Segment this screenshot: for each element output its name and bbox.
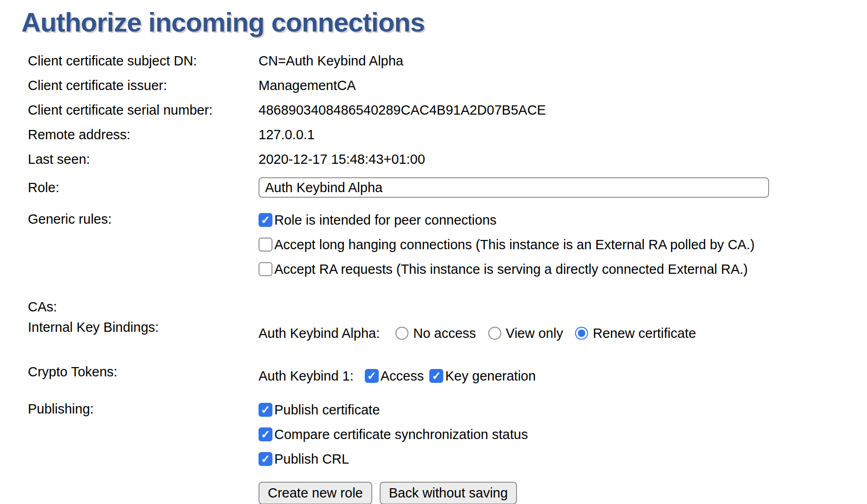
value-client-cert-serial: 4868903408486540289CAC4B91A2D07B5ACE [259, 98, 867, 123]
crypto-tokens-row: Crypto Tokens: Auth Keybind 1: Access Ke… [28, 364, 867, 388]
checkbox-access[interactable] [365, 369, 379, 383]
info-row-remote-address: Remote address: 127.0.0.1 [28, 123, 867, 147]
checkbox-label: Accept RA requests (This instance is ser… [274, 262, 748, 277]
radio-label: Renew certificate [593, 326, 696, 341]
cas-row: CAs: [28, 297, 867, 317]
generic-rules-options: Role is intended for peer connections Ac… [259, 212, 867, 285]
radio-option-no-access[interactable]: No access [395, 326, 476, 341]
crypto-token-item: Auth Keybind 1: Access Key generation [259, 364, 867, 388]
checkbox-compare-cert-sync-status[interactable] [259, 427, 272, 441]
checkbox-key-generation[interactable] [429, 369, 443, 383]
radio-renew-certificate[interactable] [575, 327, 588, 340]
authorization-form: Client certificate subject DN: CN=Auth K… [28, 49, 867, 504]
label-crypto-tokens: Crypto Tokens: [28, 364, 259, 380]
internal-key-bindings-row: Internal Key Bindings: Auth Keybind Alph… [28, 320, 867, 347]
checkbox-label: Key generation [445, 368, 536, 384]
checkbox-label: Compare certificate synchronization stat… [274, 427, 528, 442]
create-new-role-button[interactable]: Create new role [259, 482, 372, 504]
role-row: Role: [28, 174, 867, 201]
internal-key-binding-item: Auth Keybind Alpha: No access View only … [259, 320, 867, 347]
crypto-token-option: Access [365, 368, 424, 384]
value-client-cert-issuer: ManagementCA [259, 73, 867, 98]
label-client-cert-subject-dn: Client certificate subject DN: [28, 49, 259, 73]
radio-label: View only [506, 326, 563, 341]
label-client-cert-issuer: Client certificate issuer: [28, 73, 259, 98]
form-actions-row: Create new role Back without saving [28, 482, 867, 504]
publishing-options: Publish certificate Compare certificate … [259, 401, 867, 475]
label-remote-address: Remote address: [28, 123, 259, 147]
label-generic-rules: Generic rules: [28, 212, 259, 227]
checkbox-label: Access [381, 368, 424, 384]
radio-option-renew-certificate[interactable]: Renew certificate [575, 326, 696, 341]
value-remote-address: 127.0.0.1 [259, 123, 867, 147]
radio-view-only[interactable] [488, 327, 501, 340]
publishing-row: Publishing: Publish certificate Compare … [28, 401, 867, 475]
info-row-last-seen: Last seen: 2020-12-17 15:48:43+01:00 [28, 147, 867, 172]
form-buttons: Create new role Back without saving [259, 482, 867, 504]
label-last-seen: Last seen: [28, 147, 259, 172]
checkbox-accept-ra-requests[interactable] [259, 262, 272, 276]
label-cas: CAs: [28, 297, 259, 317]
authorize-incoming-connections-page: Authorize incoming connections Client ce… [0, 0, 867, 504]
checkbox-label: Publish certificate [274, 402, 380, 418]
generic-rule-option: Accept long hanging connections (This in… [259, 236, 867, 253]
checkbox-long-hanging-connections[interactable] [259, 238, 272, 252]
crypto-token-name: Auth Keybind 1: [259, 368, 354, 384]
back-without-saving-button[interactable]: Back without saving [380, 482, 517, 504]
publishing-option: Compare certificate synchronization stat… [259, 426, 867, 443]
checkbox-label: Accept long hanging connections (This in… [274, 237, 755, 252]
checkbox-peer-connections[interactable] [259, 213, 272, 227]
radio-no-access[interactable] [395, 327, 408, 340]
info-row-issuer: Client certificate issuer: ManagementCA [28, 73, 867, 98]
checkbox-publish-certificate[interactable] [259, 403, 272, 417]
label-client-cert-serial: Client certificate serial number: [28, 98, 259, 123]
crypto-token-option: Key generation [429, 368, 536, 384]
value-last-seen: 2020-12-17 15:48:43+01:00 [259, 147, 867, 172]
label-internal-key-bindings: Internal Key Bindings: [28, 320, 259, 335]
info-row-serial-number: Client certificate serial number: 486890… [28, 98, 867, 123]
publishing-option: Publish CRL [259, 451, 867, 467]
page-title: Authorize incoming connections [21, 6, 867, 38]
radio-label: No access [413, 326, 476, 341]
generic-rule-option: Role is intended for peer connections [259, 212, 867, 228]
info-row-subject-dn: Client certificate subject DN: CN=Auth K… [28, 49, 867, 73]
radio-option-view-only[interactable]: View only [488, 326, 563, 341]
key-binding-name: Auth Keybind Alpha: [259, 326, 380, 341]
checkbox-publish-crl[interactable] [259, 452, 272, 466]
value-client-cert-subject-dn: CN=Auth Keybind Alpha [259, 49, 867, 73]
checkbox-label: Publish CRL [274, 452, 349, 467]
generic-rules-row: Generic rules: Role is intended for peer… [28, 212, 867, 285]
label-role: Role: [28, 180, 259, 195]
generic-rule-option: Accept RA requests (This instance is ser… [259, 261, 867, 278]
label-publishing: Publishing: [28, 401, 259, 417]
publishing-option: Publish certificate [259, 401, 867, 418]
role-input[interactable] [259, 177, 769, 198]
checkbox-label: Role is intended for peer connections [274, 213, 497, 228]
